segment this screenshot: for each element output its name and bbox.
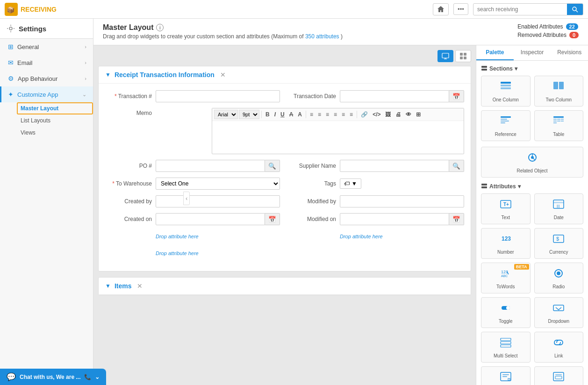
- section-collapse-items[interactable]: ▼: [105, 283, 111, 289]
- sidebar-item-general[interactable]: ⊞ General ›: [0, 39, 93, 55]
- created-by-input[interactable]: [156, 195, 280, 207]
- grid-view-button[interactable]: [455, 50, 471, 62]
- form-row-drop-1: Drop attribute here Drop attribute here: [105, 231, 464, 242]
- chat-chevron-icon[interactable]: ⌄: [95, 374, 100, 380]
- removed-count: 0: [569, 32, 579, 38]
- widget-dropdown[interactable]: Dropdown: [534, 297, 584, 328]
- sidebar-sub-list-layouts[interactable]: List Layouts: [17, 114, 93, 127]
- widget-related-object[interactable]: Related Object: [481, 147, 583, 178]
- created-on-input[interactable]: [156, 213, 265, 225]
- supplier-search-icon[interactable]: 🔍: [449, 160, 464, 172]
- search-button[interactable]: [567, 4, 583, 15]
- svg-rect-9: [464, 53, 466, 56]
- widget-radio[interactable]: Radio: [534, 263, 584, 293]
- svg-rect-20: [501, 119, 507, 120]
- chat-phone-icon: 📞: [84, 374, 91, 380]
- dropdown-attr-label: Dropdown: [548, 319, 569, 324]
- transaction-number-input[interactable]: [156, 90, 280, 102]
- calendar-icon-btn[interactable]: 📅: [449, 90, 464, 102]
- desktop-view-button[interactable]: [437, 50, 453, 62]
- widget-text[interactable]: T+ Text: [481, 193, 531, 224]
- widget-address[interactable]: Address: [534, 366, 584, 385]
- memo-body[interactable]: [212, 121, 464, 154]
- section-close-receipt[interactable]: ✕: [220, 71, 226, 78]
- widget-reference[interactable]: Reference: [481, 110, 531, 141]
- ordered-list-button[interactable]: ≡: [348, 110, 355, 119]
- section-collapse-receipt[interactable]: ▼: [105, 71, 111, 78]
- strikethrough-button[interactable]: A: [287, 110, 295, 119]
- svg-text:T+: T+: [503, 202, 509, 207]
- bold-button[interactable]: B: [264, 110, 272, 119]
- tab-inspector[interactable]: Inspector: [514, 45, 551, 60]
- field-created-on: Created on 📅: [105, 213, 280, 225]
- modified-by-input[interactable]: [340, 195, 464, 207]
- attributes-label: Attributes: [489, 183, 516, 190]
- widget-link[interactable]: Link: [534, 332, 584, 363]
- widget-number[interactable]: 123 Number: [481, 228, 531, 259]
- underline-button[interactable]: U: [279, 110, 287, 119]
- widget-towords[interactable]: BETA 123ABC ToWords: [481, 263, 531, 293]
- sidebar-sub-views[interactable]: Views: [17, 127, 93, 139]
- home-button[interactable]: [433, 3, 449, 15]
- reference-label: Reference: [495, 132, 516, 137]
- align-center-button[interactable]: ≡: [316, 110, 323, 119]
- align-justify-button[interactable]: ≡: [332, 110, 339, 119]
- font-family-select[interactable]: Arial: [214, 110, 238, 119]
- sidebar-item-email[interactable]: ✉ Email ›: [0, 55, 93, 71]
- field-tags: Tags 🏷 ▼: [289, 178, 464, 189]
- image-button[interactable]: 🖼: [383, 110, 393, 119]
- print-button[interactable]: 🖨: [394, 110, 403, 119]
- tags-button[interactable]: 🏷 ▼: [340, 178, 361, 189]
- table-button[interactable]: ⊞: [414, 110, 423, 119]
- more-button[interactable]: •••: [453, 3, 468, 15]
- widget-date[interactable]: ||| Date: [534, 193, 584, 224]
- font-size-select[interactable]: 9pt: [239, 110, 259, 119]
- attribute-limit-link[interactable]: 350 attributes: [305, 33, 339, 40]
- search-input[interactable]: [473, 4, 567, 14]
- supplier-input[interactable]: [340, 160, 449, 172]
- chat-widget[interactable]: 💬 Chat with us, We are ... 📞 ⌄: [0, 369, 106, 385]
- created-on-calendar[interactable]: 📅: [265, 213, 280, 225]
- sidebar-collapse-button[interactable]: ‹: [183, 192, 190, 205]
- code-button[interactable]: </>: [371, 110, 382, 119]
- widget-multi-select[interactable]: Multi Select: [481, 332, 531, 363]
- widget-textarea[interactable]: Textarea: [481, 366, 531, 385]
- supplier-label: Supplier Name: [289, 163, 336, 169]
- widget-one-column[interactable]: One Column: [481, 76, 531, 107]
- info-icon[interactable]: i: [156, 24, 164, 31]
- widget-two-column[interactable]: Two Column: [534, 76, 584, 107]
- tab-palette[interactable]: Palette: [476, 45, 514, 60]
- link-button[interactable]: 🔗: [359, 110, 370, 119]
- svg-point-4: [9, 27, 12, 30]
- warehouse-select[interactable]: Select One: [156, 178, 280, 190]
- tab-revisions[interactable]: Revisions: [551, 45, 588, 60]
- drop-zone-3[interactable]: Drop attribute here: [156, 248, 199, 259]
- widget-table[interactable]: Table: [534, 110, 584, 141]
- italic-button[interactable]: I: [272, 110, 278, 119]
- svg-rect-26: [561, 119, 564, 120]
- align-right-button[interactable]: ≡: [324, 110, 331, 119]
- svg-rect-55: [502, 376, 507, 377]
- modified-on-calendar[interactable]: 📅: [449, 213, 464, 225]
- widget-currency[interactable]: $ Currency: [534, 228, 584, 259]
- text-attr-label: Text: [502, 215, 510, 220]
- svg-text:123: 123: [502, 235, 511, 242]
- sidebar-item-customize-app[interactable]: ✦ Customize App ⌄: [0, 86, 93, 102]
- drop-zone-1[interactable]: Drop attribute here: [156, 231, 199, 242]
- drop-zone-2[interactable]: Drop attribute here: [340, 231, 383, 242]
- sidebar-item-app-behaviour[interactable]: ⚙ App Behaviour ›: [0, 71, 93, 86]
- align-left-button[interactable]: ≡: [308, 110, 315, 119]
- transaction-date-input[interactable]: [340, 90, 449, 102]
- multi-select-attr-icon: [499, 336, 512, 351]
- section-close-items[interactable]: ✕: [137, 282, 143, 290]
- sidebar-sub-master-layout[interactable]: Master Layout: [17, 102, 93, 114]
- related-object-label: Related Object: [516, 168, 547, 173]
- modified-on-input[interactable]: [340, 213, 449, 225]
- widget-toggle[interactable]: Toggle: [481, 297, 531, 328]
- preview-button[interactable]: 👁: [404, 110, 413, 119]
- po-search-icon[interactable]: 🔍: [265, 160, 280, 172]
- canvas: ▼ Receipt Transaction Information ✕ Tran…: [93, 45, 476, 385]
- po-input[interactable]: [156, 160, 265, 172]
- list-button[interactable]: ≡: [340, 110, 347, 119]
- text-color-button[interactable]: A: [296, 110, 304, 119]
